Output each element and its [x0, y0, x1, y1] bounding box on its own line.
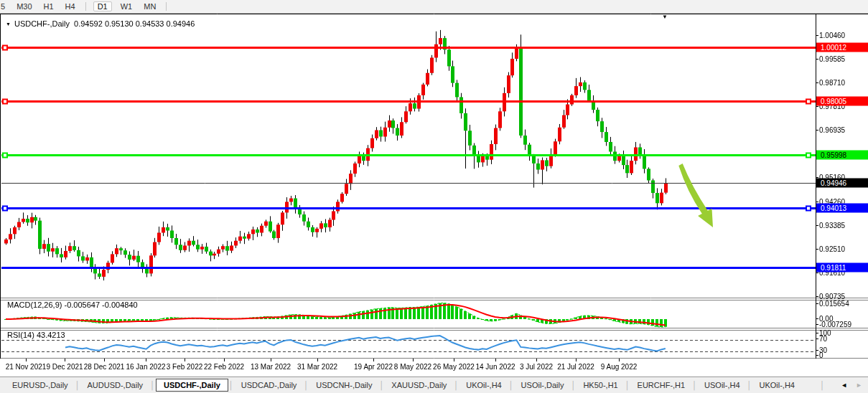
price-axis-tick: 0.93385: [819, 221, 845, 229]
tab-scroll-right-icon[interactable]: ►: [856, 382, 862, 389]
symbol-tab-usdcnhdaily[interactable]: USDCNH-,Daily: [309, 379, 378, 391]
quote-close: 0.94946: [167, 19, 195, 28]
date-axis-label: 21 Nov 2021: [6, 363, 47, 371]
symbol-tab-usoilh4[interactable]: USOil-,H4: [698, 379, 747, 391]
tab-separator: │: [379, 381, 384, 389]
rsi-axis-tick: 0: [819, 351, 823, 359]
timeframe-button-d1[interactable]: D1: [93, 1, 112, 11]
price-axis-tick: 1.00460: [819, 32, 845, 39]
timeframe-button-w1[interactable]: W1: [121, 2, 133, 11]
rsi-axis-tick: 70: [819, 335, 827, 343]
tab-separator: │: [229, 381, 234, 389]
symbol-tab-usdcaddaily[interactable]: USDCAD-,Daily: [235, 379, 304, 391]
tab-separator: │: [692, 381, 697, 389]
price-axis-tick: 0.98710: [819, 78, 845, 86]
date-axis-label: 3 Feb 2022: [167, 363, 203, 371]
symbol-tab-xauusddaily[interactable]: XAUUSD-,Daily: [385, 379, 453, 391]
tab-separator: │: [454, 381, 459, 389]
symbol-tab-hk50h1[interactable]: HK50-,H1: [577, 379, 624, 391]
date-axis-label: 8 May 2022: [394, 363, 431, 371]
date-axis-label: 13 Mar 2022: [251, 363, 291, 371]
date-axis-label: 22 Feb 2022: [204, 363, 244, 371]
chart-canvas[interactable]: [0, 0, 868, 393]
tab-scroll-left-icon[interactable]: ◄: [841, 382, 847, 389]
timeframe-button-h4[interactable]: H4: [65, 2, 75, 11]
timeframe-button-5[interactable]: 5: [1, 2, 5, 11]
price-axis-tick: 0.96935: [819, 126, 845, 133]
current-price-badge[interactable]: 0.94946: [816, 179, 868, 188]
date-axis-label: 19 Apr 2022: [354, 363, 393, 371]
timeframe-button-mn[interactable]: MN: [144, 2, 156, 11]
date-axis-label: 9 Dec 2021: [46, 363, 83, 371]
price-axis-tick: 0.99585: [819, 55, 845, 62]
tab-separator: │: [75, 381, 80, 389]
collapse-triangle-icon[interactable]: ▼: [6, 22, 11, 27]
tab-separator: │: [571, 381, 577, 389]
date-axis-label: 28 Dec 2021: [84, 363, 125, 371]
level-price-badge[interactable]: 0.95998: [816, 151, 868, 160]
macd-axis-tick: 0.015654: [819, 300, 849, 308]
symbol-tab-bar: EURUSD-,Daily│AUDUSD-,Daily│USDCHF-,Dail…: [0, 377, 868, 393]
tab-separator: │: [304, 381, 309, 389]
tab-separator: │: [150, 381, 155, 389]
symbol-tab-eurchfh1[interactable]: EURCHF-,H1: [631, 379, 692, 391]
date-axis-label: 16 Jan 2022: [126, 363, 165, 371]
tab-separator: │: [509, 381, 514, 389]
tab-separator: │: [747, 381, 752, 389]
quote-low: 0.94533: [136, 19, 164, 28]
level-price-badge[interactable]: 0.94013: [816, 204, 868, 213]
date-axis-label: 14 Jun 2022: [475, 363, 515, 371]
tab-separator: │: [820, 381, 825, 389]
macd-indicator-label: MACD(12,26,9) -0.005647 -0.004840: [7, 300, 138, 309]
toolbar-separator: [166, 2, 167, 11]
date-axis-label: 26 May 2022: [433, 363, 475, 371]
symbol-tab-audusddaily[interactable]: AUDUSD-,Daily: [81, 379, 150, 391]
date-axis-label: 3 Jul 2022: [520, 363, 553, 371]
quote-high: 0.95130: [105, 19, 134, 28]
mt4-chart-window: { "toolbar": { "timeframes": [ {"label":…: [0, 0, 868, 393]
level-price-badge[interactable]: 0.98005: [816, 96, 868, 105]
symbol-tab-usdchfdaily[interactable]: USDCHF-,Daily: [156, 379, 228, 392]
tab-separator: │: [625, 381, 630, 389]
level-price-badge[interactable]: 0.91811: [816, 262, 868, 272]
date-axis-label: 9 Aug 2022: [601, 363, 638, 371]
symbol-tab-eurusddaily[interactable]: EURUSD-,Daily: [6, 379, 75, 391]
price-axis-tick: 0.92510: [819, 245, 845, 252]
quote-line: ▼USDCHF-,Daily 0.94592 0.95130 0.94533 0…: [6, 19, 195, 28]
chart-shift-marker-icon[interactable]: ▼: [662, 14, 668, 20]
date-axis-label: 31 Mar 2022: [297, 363, 337, 371]
timeframe-button-h1[interactable]: H1: [44, 2, 54, 11]
timeframe-toolbar: 5M30H1H4D1W1MN: [0, 0, 868, 14]
date-axis-label: 21 Jul 2022: [557, 363, 594, 371]
rsi-indicator-label: RSI(14) 43.4213: [7, 331, 65, 339]
symbol-name: USDCHF-,Daily: [14, 19, 70, 28]
symbol-tab-ukoilh4[interactable]: UKOil-,H4: [459, 379, 508, 391]
toolbar-separator: [85, 2, 86, 11]
macd-axis-tick: -0.007259: [819, 321, 851, 328]
symbol-tab-usoildaily[interactable]: USOil-,Daily: [515, 379, 571, 391]
timeframe-button-m30[interactable]: M30: [17, 2, 32, 11]
quote-open: 0.94592: [74, 19, 103, 28]
level-price-badge[interactable]: 1.00012: [816, 42, 868, 52]
symbol-tab-ukoilh4[interactable]: UKOil-,H4: [752, 379, 801, 391]
